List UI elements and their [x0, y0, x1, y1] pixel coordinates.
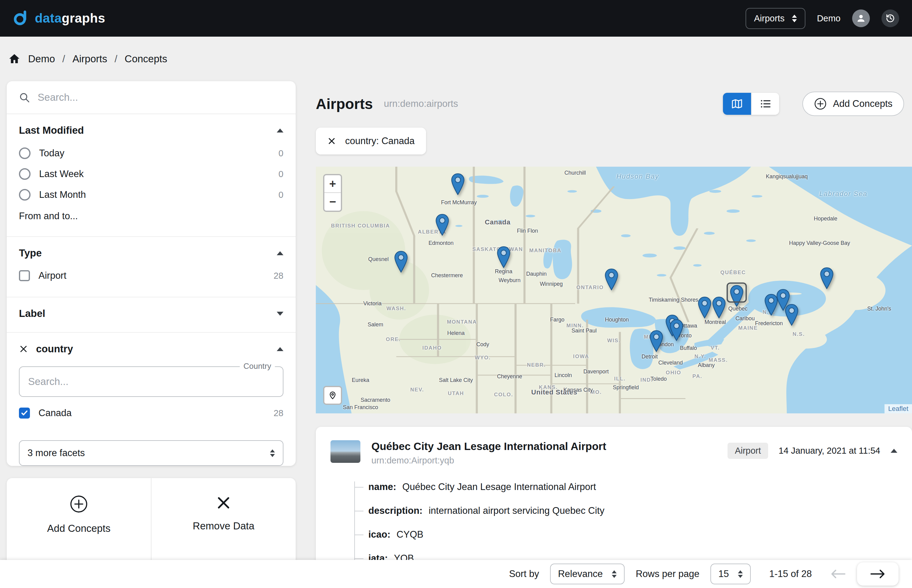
zoom-in-button[interactable]: + [324, 175, 341, 193]
top-navigation-bar: datagraphs Airports Demo [0, 0, 912, 37]
marker-pin-icon [730, 285, 744, 307]
map-icon [731, 98, 743, 110]
remove-chip-icon[interactable] [327, 137, 336, 145]
sidebar-search[interactable] [7, 81, 296, 114]
radio[interactable] [19, 189, 31, 200]
results-map[interactable]: Hudson BayLabrador SeaCanadaUnited State… [316, 167, 912, 414]
arrow-right-icon [870, 569, 886, 579]
country-header[interactable]: country [19, 335, 283, 362]
type-badge: Airport [728, 443, 768, 459]
airport-thumbnail [330, 440, 361, 463]
section-title: Label [19, 308, 45, 319]
plus-circle-icon [814, 97, 827, 110]
person-icon [856, 13, 866, 24]
sort-select-value: Relevance [558, 569, 603, 580]
filter-chip-label: country: Canada [345, 136, 414, 147]
locate-button[interactable] [323, 386, 342, 405]
last-modified-header[interactable]: Last Modified [19, 116, 283, 143]
facet-section-type: Type Airport28 [7, 236, 296, 297]
rows-per-page-value: 15 [718, 569, 729, 580]
filter-chip-country[interactable]: country: Canada [316, 128, 426, 155]
view-toggle [723, 93, 779, 115]
property-key: icao: [368, 529, 390, 540]
sort-select[interactable]: Relevance [550, 564, 624, 584]
date-range-link[interactable]: From and to... [19, 205, 283, 230]
search-input[interactable] [37, 92, 283, 103]
home-icon[interactable] [8, 53, 21, 65]
history-button[interactable] [881, 10, 899, 27]
breadcrumb: Demo/Airports/Concepts [0, 37, 912, 81]
location-pin-icon [328, 391, 337, 400]
marker-pin-icon [820, 267, 834, 289]
facet-option-count: 28 [274, 271, 283, 281]
add-concepts-label: Add Concepts [833, 98, 893, 109]
previous-page-button[interactable] [830, 569, 846, 579]
add-concepts-label: Add Concepts [47, 523, 110, 534]
country-search-field[interactable]: Country [19, 367, 283, 397]
map-marker[interactable] [712, 297, 726, 319]
zoom-out-button[interactable]: − [324, 193, 341, 211]
map-marker[interactable] [451, 173, 465, 195]
checkbox[interactable] [19, 270, 30, 281]
facet-option-last-week[interactable]: Last Week0 [19, 164, 283, 184]
list-view-button[interactable] [751, 93, 779, 115]
breadcrumb-item-demo[interactable]: Demo [28, 53, 55, 65]
label-header[interactable]: Label [19, 300, 283, 326]
add-concepts-button[interactable]: Add Concepts [802, 92, 904, 116]
dataset-select-value: Airports [754, 13, 785, 24]
breadcrumb-item-concepts[interactable]: Concepts [125, 53, 167, 65]
facet-option-airport[interactable]: Airport28 [19, 266, 283, 286]
map-marker[interactable] [698, 297, 711, 319]
check-icon [21, 409, 28, 417]
property-value: international airport servicing Quebec C… [429, 505, 605, 516]
facet-option-last-month[interactable]: Last Month0 [19, 184, 283, 205]
map-view-button[interactable] [723, 93, 751, 115]
breadcrumb-separator: / [115, 53, 117, 65]
select-stepper-icon [738, 570, 743, 578]
map-marker[interactable] [649, 330, 663, 352]
next-page-button[interactable] [857, 562, 899, 586]
radio[interactable] [19, 168, 31, 180]
section-title: Type [19, 247, 42, 259]
expand-icon [277, 312, 283, 316]
user-label: Demo [817, 13, 841, 24]
result-urn: urn:demo:Airport:yqb [371, 456, 606, 465]
user-avatar[interactable] [852, 10, 870, 27]
datagraphs-logo[interactable]: datagraphs [13, 10, 105, 27]
facet-option-label: Last Week [39, 168, 84, 179]
facet-option-label: Canada [39, 407, 72, 418]
select-stepper-icon [270, 449, 275, 457]
map-marker[interactable] [820, 267, 834, 289]
dataset-select[interactable]: Airports [745, 8, 805, 29]
map-marker[interactable] [394, 250, 408, 273]
page-title: Airports [316, 95, 373, 112]
map-marker[interactable] [435, 214, 449, 236]
remove-data-icon [215, 494, 232, 511]
remove-facet-icon[interactable] [19, 344, 28, 354]
section-title: country [36, 343, 73, 355]
property-value: CYQB [396, 529, 423, 540]
marker-pin-icon [451, 173, 465, 195]
map-marker[interactable] [496, 246, 511, 268]
result-timestamp: 14 January, 2021 at 11:54 [779, 446, 880, 456]
map-marker[interactable] [785, 304, 799, 326]
collapse-result-icon[interactable] [891, 449, 897, 453]
map-zoom-control: + − [323, 174, 342, 212]
radio[interactable] [19, 147, 31, 159]
more-facets-select[interactable]: 3 more facets [19, 440, 283, 466]
checkbox-checked[interactable] [19, 407, 30, 418]
rows-per-page-select[interactable]: 15 [710, 564, 751, 584]
country-search-input[interactable] [28, 376, 274, 388]
facet-section-last-modified: Last Modified Today0Last Week0Last Month… [7, 114, 296, 236]
type-header[interactable]: Type [19, 239, 283, 266]
facet-option-today[interactable]: Today0 [19, 143, 283, 164]
map-attribution[interactable]: Leaflet [885, 404, 912, 414]
map-marker-selected[interactable] [730, 285, 744, 307]
arrow-left-icon [830, 569, 846, 579]
marker-pin-icon [669, 319, 684, 341]
breadcrumb-item-airports[interactable]: Airports [73, 53, 107, 65]
map-marker[interactable] [669, 319, 684, 341]
map-marker[interactable] [605, 269, 618, 291]
filters-sidebar: Last Modified Today0Last Week0Last Month… [7, 81, 296, 582]
facet-option-canada[interactable]: Canada28 [19, 403, 283, 423]
